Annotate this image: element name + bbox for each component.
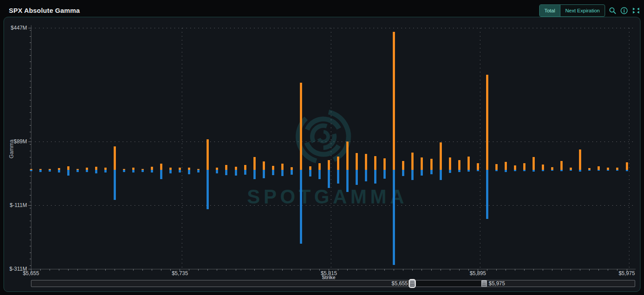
- slider-handle-min[interactable]: [409, 279, 416, 288]
- strike-range-slider[interactable]: $5,655 $5,975: [31, 280, 635, 287]
- header-bar: SPX Absolute Gamma Total Next Expiration: [0, 0, 644, 21]
- app-root: SPX Absolute Gamma Total Next Expiration: [0, 0, 644, 295]
- info-icon[interactable]: [620, 7, 628, 15]
- toggle-next-expiration[interactable]: Next Expiration: [560, 5, 605, 16]
- collapse-icon[interactable]: [632, 7, 640, 15]
- chart-panel: [4, 17, 640, 292]
- slider-handle-max[interactable]: [481, 280, 487, 287]
- slider-selected-range[interactable]: [416, 280, 481, 287]
- toggle-total[interactable]: Total: [540, 5, 560, 16]
- slider-max-label: $5,975: [489, 280, 505, 287]
- search-icon[interactable]: [609, 7, 617, 15]
- page-title: SPX Absolute Gamma: [9, 7, 80, 14]
- slider-min-label: $5,655: [391, 280, 408, 287]
- view-toggle: Total Next Expiration: [539, 4, 605, 17]
